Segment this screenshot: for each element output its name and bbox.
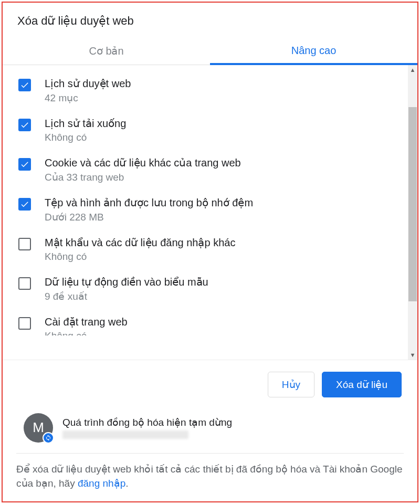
- list-item: Mật khẩu và các dữ liệu đăng nhập khác K…: [18, 229, 407, 269]
- clear-data-button[interactable]: Xóa dữ liệu: [322, 372, 402, 397]
- options-list: Lịch sử duyệt web 42 mục Lịch sử tải xuố…: [3, 65, 417, 360]
- dialog-buttons: Hủy Xóa dữ liệu: [3, 360, 417, 409]
- check-icon: [20, 120, 29, 130]
- checkbox-passwords[interactable]: [18, 238, 31, 250]
- item-title: Mật khẩu và các dữ liệu đăng nhập khác: [45, 236, 235, 250]
- item-subtitle: Không có: [45, 132, 126, 143]
- check-icon: [20, 200, 29, 209]
- list-item: Cookie và các dữ liệu khác của trang web…: [18, 150, 407, 190]
- tab-basic[interactable]: Cơ bản: [3, 37, 210, 65]
- item-title: Tệp và hình ảnh được lưu trong bộ nhớ đệ…: [45, 196, 253, 210]
- footer-text: Để xóa dữ liệu duyệt web khỏi tất cả các…: [16, 464, 403, 489]
- scrollbar-up-icon[interactable]: ▲: [408, 65, 417, 75]
- sync-status-row: M Quá trình đồng bộ hóa hiện tạm dừng: [3, 409, 417, 451]
- checkbox-cookies[interactable]: [18, 158, 31, 171]
- list-item: Tệp và hình ảnh được lưu trong bộ nhớ đệ…: [18, 190, 407, 229]
- cancel-button[interactable]: Hủy: [268, 372, 314, 397]
- list-item: Lịch sử tải xuống Không có: [18, 110, 407, 150]
- sync-status-title: Quá trình đồng bộ hóa hiện tạm dừng: [62, 416, 232, 428]
- item-title: Dữ liệu tự động điền vào biểu mẫu: [45, 275, 208, 289]
- item-title: Lịch sử tải xuống: [45, 117, 126, 131]
- item-title: Lịch sử duyệt web: [45, 77, 131, 91]
- item-subtitle: 42 mục: [45, 92, 131, 104]
- scrollbar-thumb[interactable]: [408, 107, 417, 301]
- item-title: Cookie và các dữ liệu khác của trang web: [45, 156, 241, 170]
- avatar: M: [24, 413, 53, 443]
- check-icon: [20, 160, 29, 169]
- checkbox-autofill[interactable]: [18, 277, 31, 290]
- item-subtitle: Không có: [45, 251, 235, 262]
- item-subtitle: Của 33 trang web: [45, 171, 241, 183]
- tabs: Cơ bản Nâng cao: [3, 37, 417, 65]
- footer-text-after: .: [125, 478, 128, 489]
- sync-account-email-blurred: [62, 430, 188, 439]
- checkbox-browsing-history[interactable]: [18, 79, 31, 91]
- clear-browsing-data-dialog: Xóa dữ liệu duyệt web Cơ bản Nâng cao Lị…: [2, 2, 418, 502]
- checkbox-download-history[interactable]: [18, 119, 31, 131]
- sign-in-link[interactable]: đăng nhập: [78, 478, 125, 489]
- sync-paused-badge-icon: [43, 432, 54, 444]
- list-item: Cài đặt trang web Không có: [18, 309, 407, 342]
- item-subtitle: Dưới 228 MB: [45, 211, 253, 223]
- scrollbar-down-icon[interactable]: ▼: [408, 350, 417, 360]
- item-subtitle: 9 đề xuất: [45, 290, 208, 302]
- list-item: Lịch sử duyệt web 42 mục: [18, 70, 407, 110]
- list-item: Dữ liệu tự động điền vào biểu mẫu 9 đề x…: [18, 269, 407, 309]
- dialog-title: Xóa dữ liệu duyệt web: [3, 3, 417, 37]
- checkbox-cache[interactable]: [18, 198, 31, 211]
- item-title: Cài đặt trang web: [45, 315, 128, 329]
- checkbox-site-settings[interactable]: [18, 317, 31, 330]
- check-icon: [20, 80, 29, 90]
- item-subtitle: Không có: [45, 330, 128, 335]
- footer-note: Để xóa dữ liệu duyệt web khỏi tất cả các…: [3, 454, 417, 501]
- tab-advanced[interactable]: Nâng cao: [210, 37, 417, 65]
- options-scroll-area: Lịch sử duyệt web 42 mục Lịch sử tải xuố…: [3, 65, 417, 360]
